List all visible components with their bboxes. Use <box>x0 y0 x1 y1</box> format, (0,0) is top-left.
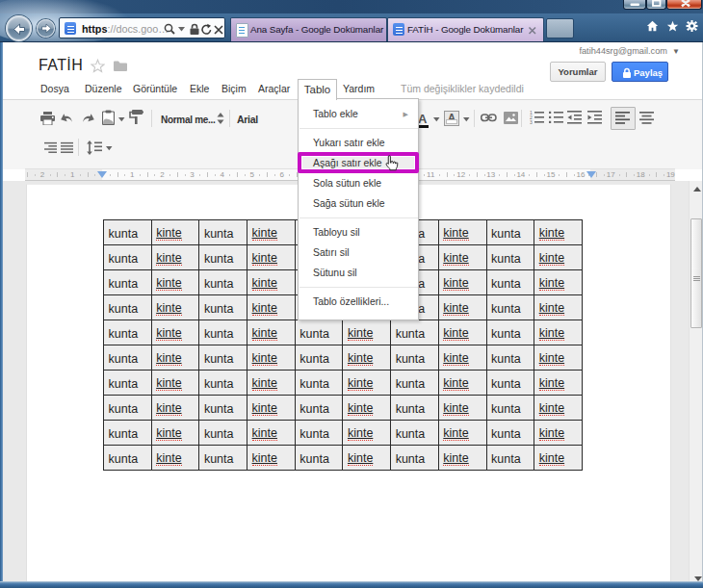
svg-text:3: 3 <box>530 119 533 124</box>
